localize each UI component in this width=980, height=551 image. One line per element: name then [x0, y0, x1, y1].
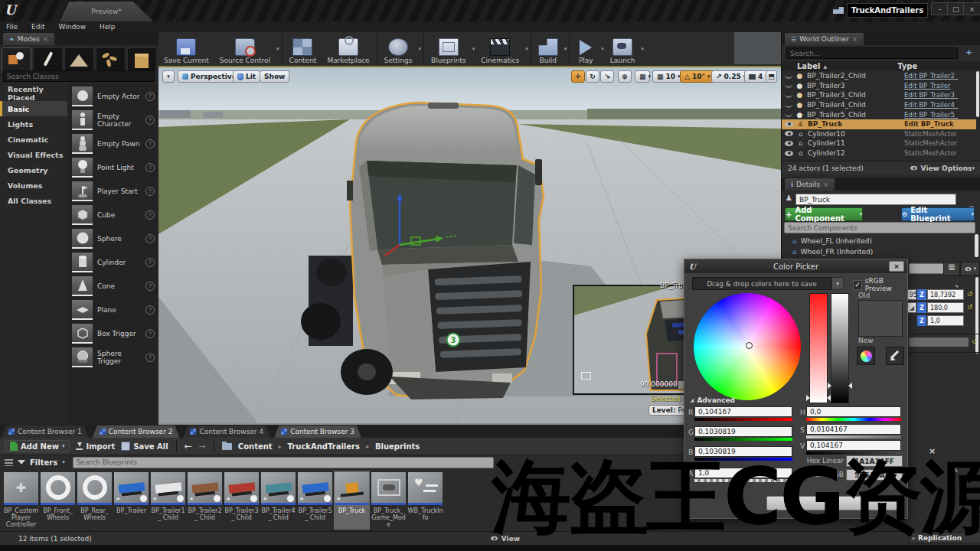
visibility-icon[interactable] — [785, 151, 793, 156]
filters-button[interactable]: Filters — [30, 458, 57, 467]
move-tool-button[interactable]: ✛ — [571, 70, 585, 83]
outliner-row[interactable]: ☀DirectionalLightDirectionalLight — [782, 158, 976, 159]
visibility-icon[interactable] — [785, 103, 792, 108]
category-cinematic[interactable]: Cinematic — [0, 132, 67, 147]
outliner-scrollbar[interactable] — [976, 71, 979, 117]
value-field[interactable]: 0,104167 — [806, 440, 901, 451]
location-z-field[interactable]: 18,7392 — [927, 289, 964, 300]
add-new-button[interactable]: Add New▾ — [5, 440, 70, 452]
world-coordinate-button[interactable]: ⊕ — [618, 70, 632, 83]
visibility-icon[interactable] — [785, 83, 792, 88]
color-picker-titlebar[interactable]: U Color Picker × — [684, 259, 907, 273]
asset-tile[interactable]: ★ BP_Trailer5_ Child — [297, 471, 333, 530]
landscape-mode-icon[interactable] — [64, 47, 94, 71]
play-button[interactable]: Play — [571, 32, 600, 66]
placeable-box-trigger[interactable]: Box Trigger? — [67, 321, 158, 345]
content-browser-tab-4[interactable]: Content Browser 4 — [183, 425, 270, 438]
chevron-down-icon[interactable]: ▾ — [524, 46, 529, 52]
import-button[interactable]: Import — [76, 442, 115, 451]
blueprints-button[interactable]: Blueprints — [426, 32, 472, 66]
content-browser-tab-3[interactable]: Content Browser 3 — [274, 425, 361, 438]
column-label-header[interactable]: Label — [797, 62, 821, 70]
add-actor-icon[interactable]: + — [965, 47, 972, 57]
visibility-icon[interactable] — [785, 131, 793, 136]
show-flags-button[interactable]: Show — [260, 70, 289, 83]
category-volumes[interactable]: Volumes — [0, 178, 67, 193]
outliner-row[interactable]: ●BP_Trailer3_ChildEdit BP_Trailer3_ — [782, 90, 976, 100]
chevron-down-icon[interactable]: ▾ — [640, 46, 645, 52]
visibility-icon[interactable] — [785, 141, 793, 146]
saturation-field[interactable]: 0,0104167 — [806, 424, 901, 435]
hue-gradient-bar[interactable] — [806, 418, 901, 421]
modes-tab[interactable]: ❧ Modes × — [3, 33, 54, 45]
world-outliner-tab[interactable]: ☰ World Outliner × — [785, 33, 864, 45]
close-icon[interactable]: × — [852, 36, 858, 43]
column-type-header[interactable]: Type — [897, 62, 917, 70]
close-icon[interactable]: × — [43, 36, 48, 43]
green-field[interactable]: 0,1030819 — [694, 426, 792, 437]
red-gradient-bar[interactable] — [694, 418, 792, 421]
value-slider[interactable] — [831, 293, 849, 403]
content-button[interactable]: Content — [284, 32, 322, 66]
placeable-cube[interactable]: Cube? — [67, 203, 158, 227]
asset-tile[interactable]: ✚ BP_Custom Player Controller — [3, 471, 39, 530]
category-lights[interactable]: Lights — [0, 116, 67, 132]
asset-tile[interactable]: ★ BP_Trailer1_ Child — [150, 471, 186, 530]
back-icon[interactable]: ← — [185, 441, 192, 452]
placeable-cone[interactable]: Cone? — [67, 274, 158, 298]
menu-window[interactable]: Window — [59, 23, 87, 31]
menu-file[interactable]: File — [6, 23, 18, 31]
sources-panel-icon[interactable] — [5, 459, 13, 466]
menu-help[interactable]: Help — [100, 23, 116, 31]
maximize-button[interactable]: □ — [947, 2, 965, 15]
breadcrumb-project[interactable]: TruckAndTrailers — [288, 442, 360, 451]
placeable-empty-actor[interactable]: Empty Actor? — [67, 84, 158, 108]
build-button[interactable]: Build — [533, 32, 564, 66]
marketplace-button[interactable]: Marketplace — [322, 32, 374, 66]
placeable-empty-character[interactable]: Empty Character? — [67, 108, 158, 132]
save-current-button[interactable]: Save Current — [158, 32, 214, 66]
color-theme-bar[interactable]: Drag & drop colors here to save — [692, 277, 831, 290]
asset-tile[interactable]: ★ BP_Trailer3_ Child — [224, 471, 260, 530]
component-row[interactable]: ⌂Wheel_FR (Inherited) — [782, 246, 975, 257]
saturation-gradient-bar[interactable] — [806, 435, 901, 439]
content-browser-tab-1[interactable]: Content Browser 1 — [2, 425, 89, 438]
geometry-mode-icon[interactable] — [127, 47, 157, 71]
cinematics-button[interactable]: Cinematics — [475, 32, 524, 66]
actor-name-field[interactable] — [795, 194, 956, 205]
paint-mode-icon[interactable] — [33, 47, 63, 71]
document-tab[interactable]: Preview* — [60, 2, 153, 21]
advanced-expander[interactable]: ◢ Advanced — [690, 396, 735, 404]
red-field[interactable]: 0,104167 — [694, 406, 792, 417]
outliner-row[interactable]: ⌂Cylinder12StaticMeshActor — [782, 148, 976, 158]
outliner-row[interactable]: ●BP_Trailer5_ChildEdit BP_Trailer5_ — [782, 109, 976, 119]
scale-z-field[interactable]: 1,0 — [927, 315, 964, 326]
placeable-plane[interactable]: Plane? — [67, 298, 158, 321]
scale-tool-button[interactable]: ↘ — [600, 70, 614, 83]
forward-icon[interactable]: → — [198, 441, 206, 452]
close-button[interactable]: × — [963, 2, 980, 15]
outliner-row[interactable]: ⌂Cylinder11StaticMeshActor — [782, 139, 976, 148]
color-wheel-mode-button[interactable] — [857, 347, 875, 365]
view-mode-button[interactable]: Perspective — [178, 70, 241, 83]
close-icon[interactable]: × — [823, 181, 828, 188]
asset-tile[interactable]: BP_Front_ Wheels — [40, 471, 76, 530]
search-classes-input[interactable] — [3, 70, 155, 82]
display-filter-button[interactable]: ▾ — [960, 262, 980, 276]
component-row[interactable]: ⌂Wheel_FL (Inherited) — [782, 236, 975, 246]
surface-snap-button[interactable]: ▦▾ — [635, 70, 650, 83]
reset-icon[interactable]: ↺ — [972, 337, 978, 345]
placeable-cylinder[interactable]: Cylinder? — [67, 250, 158, 274]
theme-dropdown-button[interactable]: ▾ — [831, 277, 844, 290]
outliner-row[interactable]: ●BP_Trailer3Edit BP_Trailer — [782, 81, 976, 91]
visibility-icon[interactable] — [785, 93, 792, 98]
asset-tile[interactable]: ♥ WB_TruckInfo — [407, 471, 443, 530]
placeable-sphere-trigger[interactable]: Sphere Trigger? — [67, 345, 158, 369]
rotate-tool-button[interactable]: ↻ — [586, 70, 599, 83]
saturation-slider[interactable] — [809, 293, 828, 403]
category-recently-placed[interactable]: Recently Placed — [0, 86, 67, 101]
visibility-icon[interactable] — [785, 122, 793, 127]
outliner-row-selected[interactable]: ♟BP_TruckEdit BP_Truck — [782, 119, 976, 129]
add-component-button[interactable]: +Add Component▾ — [785, 207, 863, 221]
placeable-player-start[interactable]: Player Start? — [67, 179, 158, 203]
